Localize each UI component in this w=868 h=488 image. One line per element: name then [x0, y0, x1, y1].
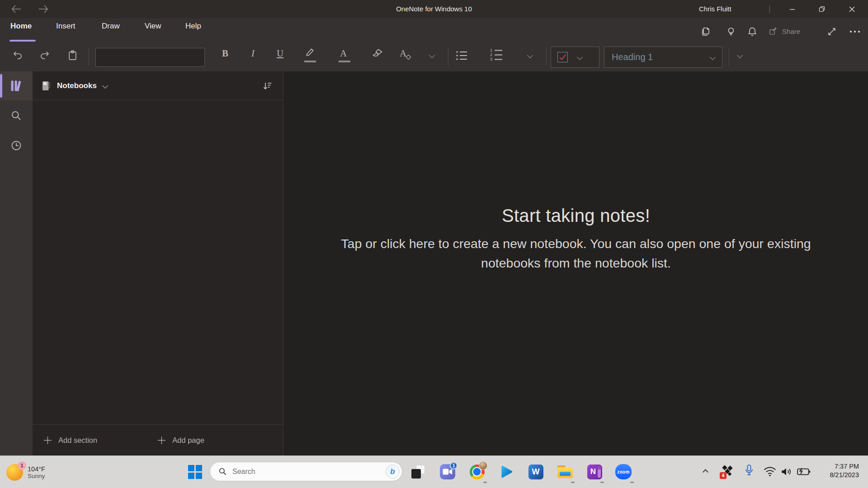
- search-icon: [10, 110, 22, 122]
- tray-app-icon[interactable]: 4: [722, 465, 734, 478]
- lightbulb-icon[interactable]: [726, 26, 736, 37]
- font-name-input[interactable]: [96, 48, 166, 66]
- note-content-area[interactable]: Start taking notes! Tap or click here to…: [284, 71, 868, 455]
- notebooks-title: Notebooks: [57, 81, 97, 90]
- add-section-label: Add section: [58, 436, 97, 445]
- onenote-icon[interactable]: N: [586, 464, 603, 480]
- chrome-icon[interactable]: [469, 464, 485, 480]
- windows-logo-icon: [188, 465, 194, 471]
- diamond-glyph: [728, 472, 731, 476]
- zoom-icon[interactable]: zoom: [615, 464, 632, 480]
- movies-tv-icon[interactable]: [498, 464, 514, 480]
- share-button[interactable]: Share: [769, 26, 800, 36]
- format-painter-button[interactable]: [372, 47, 384, 60]
- bullet-list-button[interactable]: [456, 50, 468, 61]
- list-more-chevron-icon[interactable]: [527, 52, 533, 58]
- task-view-front-square: [411, 469, 421, 479]
- clock-date: 8/21/2023: [830, 471, 859, 479]
- todo-tag-checkbox-icon: [557, 52, 568, 62]
- minimize-button[interactable]: [782, 0, 802, 18]
- start-button[interactable]: [188, 465, 202, 479]
- notebooks-dropdown-chevron-icon: [102, 83, 108, 89]
- battery-charging-icon[interactable]: [797, 467, 811, 477]
- clear-formatting-button[interactable]: A: [400, 48, 406, 59]
- rail-search-button[interactable]: [0, 101, 33, 130]
- notebooks-header[interactable]: Notebooks: [33, 71, 283, 100]
- tab-view[interactable]: View: [145, 22, 161, 31]
- paste-clipboard-icon[interactable]: [67, 50, 78, 61]
- onenote-tab-strip: [598, 466, 601, 478]
- notebook-icon: [41, 80, 52, 92]
- notifications-bell-icon[interactable]: [747, 26, 758, 37]
- share-label: Share: [782, 28, 800, 35]
- microphone-in-use-icon[interactable]: [743, 464, 755, 478]
- teams-badge: 1: [450, 462, 458, 469]
- font-more-chevron-icon[interactable]: [429, 52, 435, 58]
- sort-icon[interactable]: [262, 80, 273, 91]
- running-indicator: [571, 482, 575, 483]
- empty-state-message[interactable]: Tap or click here to create a new notebo…: [314, 234, 838, 273]
- search-icon: [218, 467, 227, 476]
- running-indicator: [483, 482, 487, 483]
- weather-temperature: 104°F: [28, 465, 45, 473]
- rail-notebooks-library-button[interactable]: [0, 71, 33, 100]
- add-page-button[interactable]: Add page: [157, 436, 204, 445]
- wifi-icon[interactable]: [763, 466, 777, 477]
- tab-insert[interactable]: Insert: [56, 22, 75, 31]
- windows-logo-icon: [196, 465, 202, 471]
- weather-widget[interactable]: 1 104°F Sunny: [6, 456, 74, 488]
- add-section-button[interactable]: Add section: [43, 436, 97, 445]
- style-dropdown-value: Heading 1: [612, 52, 653, 62]
- fullscreen-expand-icon[interactable]: [826, 26, 837, 37]
- task-view-icon[interactable]: [410, 464, 426, 480]
- taskbar: 1 104°F Sunny: [0, 455, 868, 488]
- font-color-bar: [339, 61, 350, 62]
- close-button[interactable]: [841, 0, 862, 18]
- tab-home[interactable]: Home: [10, 22, 32, 31]
- undo-icon[interactable]: [12, 50, 24, 61]
- taskbar-search[interactable]: b: [210, 462, 402, 481]
- ribbon: Home Insert Draw View Help: [0, 18, 868, 71]
- windows-logo-icon: [188, 473, 194, 479]
- style-dropdown[interactable]: Heading 1: [604, 47, 722, 68]
- numbered-list-button[interactable]: 1 2 3: [490, 49, 504, 63]
- tag-dropdown-chevron-icon: [577, 54, 583, 60]
- add-page-label: Add page: [172, 436, 204, 445]
- tray-notification-badge: 4: [720, 472, 726, 479]
- restore-button[interactable]: [811, 0, 832, 18]
- bold-button[interactable]: B: [222, 48, 228, 59]
- notebooks-panel: Notebooks Add section Add page: [33, 71, 283, 455]
- bing-icon[interactable]: b: [386, 465, 400, 479]
- highlighter-button[interactable]: [304, 47, 316, 58]
- word-icon[interactable]: W: [528, 464, 544, 480]
- account-name[interactable]: Chris Fluitt: [699, 5, 731, 13]
- rail-recent-notes-button[interactable]: [0, 131, 33, 160]
- switch-pages-icon[interactable]: [700, 26, 711, 37]
- toolbar-separator: [448, 47, 448, 66]
- tab-draw[interactable]: Draw: [102, 22, 120, 31]
- style-dropdown-chevron-icon: [710, 54, 716, 60]
- taskbar-clock[interactable]: 7:37 PM 8/21/2023: [830, 462, 859, 479]
- windows-logo-icon: [196, 473, 202, 479]
- chrome-profile-avatar: [479, 461, 487, 470]
- tag-dropdown[interactable]: [551, 47, 599, 68]
- redo-icon[interactable]: [39, 50, 51, 61]
- folder-tray: [560, 472, 571, 476]
- active-tab-underline: [9, 40, 36, 42]
- font-size-input[interactable]: [166, 48, 204, 66]
- tab-help[interactable]: Help: [185, 22, 201, 31]
- underline-button[interactable]: U: [277, 48, 283, 59]
- more-options-icon[interactable]: [849, 30, 861, 33]
- teams-chat-icon[interactable]: 1: [439, 464, 456, 480]
- plus-icon: [157, 436, 166, 445]
- library-books-icon: [9, 79, 24, 93]
- file-explorer-icon[interactable]: [557, 464, 573, 480]
- toolbar-overflow-chevron-icon[interactable]: [737, 52, 743, 58]
- plus-icon: [43, 436, 52, 445]
- clock-recent-icon: [10, 140, 22, 151]
- italic-button[interactable]: I: [251, 48, 255, 59]
- volume-icon[interactable]: [780, 466, 793, 478]
- search-input[interactable]: [232, 468, 386, 476]
- font-color-button[interactable]: A: [340, 48, 347, 59]
- toolbar-separator: [546, 47, 547, 66]
